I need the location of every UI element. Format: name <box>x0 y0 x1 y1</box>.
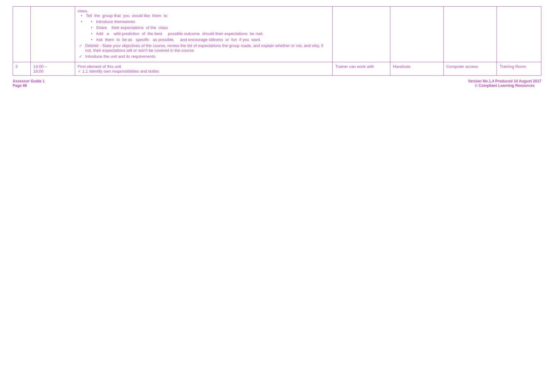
check-item-row2: ✓ 1.1 Identify own responsibilities and … <box>78 69 330 74</box>
time-end: 18:00 <box>33 69 72 74</box>
main-table: class. Tell the group that you would lik… <box>13 6 541 76</box>
footer-version: Version No.1.4 Produced 14 August 2017 <box>468 79 541 83</box>
list-item: Share their expectations of the class <box>91 25 330 30</box>
list-item: Introduce themselves <box>91 19 330 24</box>
footer-left: Assessor Guide 1 Page 86 <box>13 79 45 88</box>
row2-col4: Trainer can work with <box>333 62 390 76</box>
unit-label: First element of this unit <box>78 64 330 69</box>
check-item: Introduce the unit and its requirements. <box>79 54 330 59</box>
footer-right: Version No.1.4 Produced 14 August 2017 ©… <box>468 79 541 88</box>
list-item: Ask them to be as specific as possible, … <box>91 37 330 42</box>
list-item: Introduce themselves Share their expecta… <box>81 19 330 42</box>
time-range: 14:00 – 18:00 <box>33 64 72 74</box>
row1-col2 <box>31 7 75 62</box>
row-number: 2 <box>15 64 18 69</box>
row1-col4 <box>333 7 390 62</box>
sub-bullet-list: Introduce themselves Share their expecta… <box>86 19 330 42</box>
room-text: Training Room <box>499 64 526 69</box>
row1-col6 <box>443 7 497 62</box>
row2-col2: 14:00 – 18:00 <box>31 62 75 76</box>
page-footer: Assessor Guide 1 Page 86 Version No.1.4 … <box>13 79 541 88</box>
row1-col7 <box>497 7 541 62</box>
computer-text: Computer access <box>446 64 478 69</box>
trainer-text: Trainer can work with <box>335 64 374 69</box>
row2-col7: Training Room <box>497 62 541 76</box>
check-list: Debrief - State your objectives of the c… <box>78 43 330 59</box>
row2-col5: Handouts <box>390 62 443 76</box>
row2-col3: First element of this unit ✓ 1.1 Identif… <box>75 62 332 76</box>
cell-content-col3: class. Tell the group that you would lik… <box>78 9 330 59</box>
intro-text: class. <box>78 9 88 13</box>
row1-col1 <box>13 7 31 62</box>
row2-col6: Computer access <box>443 62 497 76</box>
footer-guide: Assessor Guide 1 <box>13 79 45 83</box>
table-row-1: class. Tell the group that you would lik… <box>13 7 541 62</box>
row1-col3: class. Tell the group that you would lik… <box>75 7 332 62</box>
bullet-list: Tell the group that you would like them … <box>78 13 330 42</box>
row1-col5 <box>390 7 443 62</box>
table-row-2: 2 14:00 – 18:00 First element of this un… <box>13 62 541 76</box>
check-item: Debrief - State your objectives of the c… <box>79 43 330 53</box>
handouts-text: Handouts <box>393 64 411 69</box>
row2-col1: 2 <box>13 62 31 76</box>
page-wrapper: class. Tell the group that you would lik… <box>0 0 554 392</box>
list-item: Add a wild prediction of the best possib… <box>91 31 330 36</box>
list-item: Tell the group that you would like them … <box>81 13 330 18</box>
footer-page: Page 86 <box>13 83 45 88</box>
footer-copyright: © Compliant Learning Resources <box>468 83 541 88</box>
time-start: 14:00 – <box>33 64 72 69</box>
